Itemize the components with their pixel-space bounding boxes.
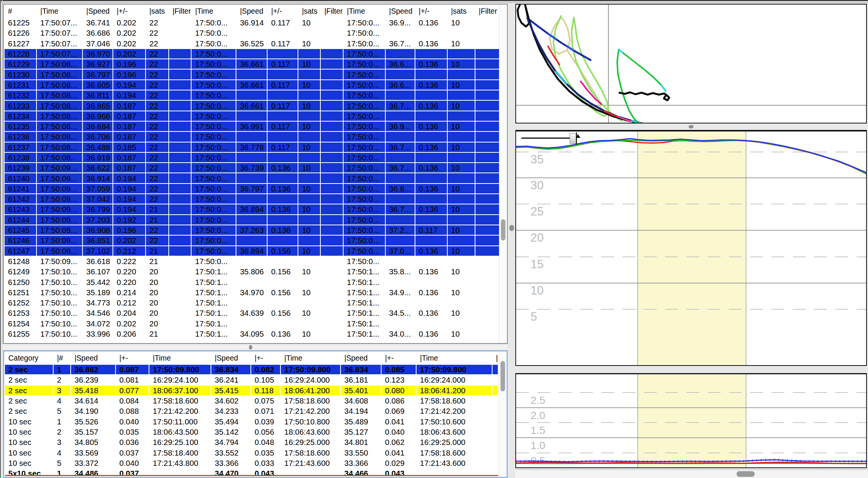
- point-row[interactable]: 6124517:50:09...36.9080.1962217:50:0...3…: [4, 225, 507, 235]
- chart-hscroll-thumb[interactable]: [737, 471, 755, 477]
- point-row[interactable]: 6124717:50:09...37.1020.2122117:50:0...3…: [4, 246, 507, 256]
- column-header[interactable]: #: [4, 5, 36, 17]
- point-row[interactable]: 6124217:50:09...37.0420.1942217:50:0...1…: [4, 194, 507, 204]
- speed-chart-panel[interactable]: 3530252015105: [515, 130, 867, 366]
- point-row[interactable]: 6122617:50:07...36.6860.2022217:50:0...1…: [4, 28, 507, 38]
- chart-hscrollbar[interactable]: [515, 470, 868, 478]
- point-row[interactable]: 6123817:50:08...36.9190.1872217:50:0...1…: [4, 152, 507, 163]
- track-map-canvas[interactable]: [516, 5, 866, 123]
- result-row[interactable]: 2 sec236.2390.08116:29:24.10036.2410.105…: [5, 375, 498, 385]
- column-header[interactable]: |+/-: [113, 5, 146, 17]
- cell: [236, 215, 267, 225]
- result-row[interactable]: 2 sec136.8620.08717:50:09.80036.8340.082…: [5, 364, 498, 375]
- point-row[interactable]: 6123717:50:08...36.4880.1852217:50:0...3…: [4, 142, 507, 152]
- column-header[interactable]: |+-: [251, 352, 280, 364]
- cell: 0.202: [113, 28, 146, 38]
- cell: [320, 100, 343, 111]
- results-table[interactable]: Category|#|Speed|+-|Time|Speed|+-|Time|S…: [4, 351, 499, 478]
- point-row[interactable]: 6123117:50:08...36.6050.1942217:50:0...3…: [4, 80, 507, 90]
- column-header[interactable]: |: [492, 352, 498, 364]
- point-row[interactable]: 6123917:50:09...36.6220.1872217:50:0...3…: [4, 163, 507, 173]
- cell: 17:50:0...: [343, 152, 385, 163]
- result-row[interactable]: 10 sec533.3720.04017:21:43.80033.3660.03…: [5, 458, 498, 468]
- point-row[interactable]: 6124017:50:09...36.9140.1942217:50:0...1…: [4, 173, 507, 183]
- point-row[interactable]: 6123017:50:08...36.7970.1962217:50:0...1…: [4, 69, 507, 79]
- results-table-scrollbar[interactable]: [499, 351, 507, 477]
- result-row[interactable]: 10 sec135.5260.04017:50:11.00035.4940.03…: [5, 416, 498, 426]
- column-header[interactable]: |Speed: [236, 5, 267, 17]
- time-zoom-slider-track[interactable]: [521, 138, 571, 139]
- point-row[interactable]: 6125517:50:10...33.9960.2062117:50:1...3…: [4, 329, 507, 339]
- speed-chart-canvas[interactable]: 3530252015105: [516, 131, 866, 365]
- column-header[interactable]: Category: [5, 352, 53, 364]
- point-row[interactable]: 6124917:50:10...36.1070.2202017:50:1...3…: [4, 266, 507, 277]
- error-chart-panel[interactable]: 2.52.01.51.00.5: [515, 373, 867, 468]
- cell: 17:50:08...: [36, 100, 82, 111]
- point-row[interactable]: 6122717:50:07...37.0460.2022217:50:0...3…: [4, 38, 507, 49]
- point-row[interactable]: 6124317:50:09...36.7990.1942117:50:0...3…: [4, 204, 507, 214]
- column-header[interactable]: |sats: [146, 5, 169, 17]
- point-row[interactable]: 6125217:50:10...34.7730.2122017:50:1...1…: [4, 298, 507, 308]
- table-splitter-handle[interactable]: [249, 345, 252, 350]
- point-row[interactable]: 6125117:50:10...35.1890.2142017:50:1...3…: [4, 287, 507, 298]
- table-splitter[interactable]: [3, 344, 508, 350]
- error-chart-canvas[interactable]: 2.52.01.51.00.5: [516, 374, 866, 467]
- result-row[interactable]: 5x10 sec134.4860.03734.4700.04334.4660.0…: [5, 468, 498, 478]
- result-row[interactable]: 10 sec235.1570.03518:06:43.50035.1420.05…: [5, 427, 498, 437]
- point-table[interactable]: #|Time|Speed|+/-|sats|Filter|Time|Speed|…: [4, 5, 507, 339]
- results-table-scroll-thumb[interactable]: [501, 361, 505, 391]
- result-row[interactable]: 2 sec534.1900.08817:21:42.20034.2330.071…: [5, 406, 498, 416]
- result-row[interactable]: 10 sec433.5690.03717:58:18.40033.5520.03…: [5, 447, 498, 457]
- point-table-scroll-thumb[interactable]: [501, 219, 505, 241]
- result-row[interactable]: 10 sec334.8050.03616:29:25.10034.7940.04…: [5, 437, 498, 447]
- column-header[interactable]: |Time: [280, 352, 341, 364]
- map-chart-splitter-handle[interactable]: [689, 125, 694, 128]
- track-map-panel[interactable]: [515, 4, 867, 123]
- column-header[interactable]: |+-: [116, 352, 149, 364]
- time-zoom-slider-handle[interactable]: [570, 133, 576, 144]
- column-header[interactable]: |Speed: [71, 352, 116, 364]
- column-header[interactable]: |Filter: [475, 5, 501, 17]
- point-row[interactable]: 6123317:50:08...36.8650.1872217:50:0...3…: [4, 100, 507, 111]
- column-header[interactable]: |Filter: [169, 5, 191, 17]
- window-left-edge: [0, 0, 1, 478]
- cell: [475, 131, 501, 142]
- column-header[interactable]: |sats: [447, 5, 475, 17]
- column-header[interactable]: |Time: [36, 5, 82, 17]
- column-header[interactable]: |Time: [416, 352, 492, 364]
- point-row[interactable]: 6124117:50:09...37.0590.1942217:50:0...3…: [4, 184, 507, 194]
- point-row[interactable]: 6125317:50:10...34.5460.2042017:50:1...3…: [4, 308, 507, 318]
- point-row[interactable]: 6125017:50:10...35.4420.2202017:50:1...1…: [4, 277, 507, 287]
- result-row[interactable]: 2 sec335.4180.07718:06:37.10035.4150.118…: [5, 385, 498, 396]
- point-row[interactable]: 6123617:50:08...36.7060.1872217:50:0...1…: [4, 131, 507, 142]
- point-row[interactable]: 6123517:50:08...36.6840.1872217:50:0...3…: [4, 121, 507, 131]
- result-row[interactable]: 2 sec434.6140.08417:58:18.60034.6020.075…: [5, 396, 498, 406]
- pane-splitter-handle[interactable]: [509, 225, 514, 231]
- cell: 17:50:0...: [343, 246, 385, 256]
- point-row[interactable]: 6122517:50:07...36.7410.2022217:50:0...3…: [4, 17, 507, 28]
- point-row[interactable]: 6124617:50:09...36.8510.2022217:50:0...1…: [4, 235, 507, 245]
- column-header[interactable]: |#: [53, 352, 71, 364]
- column-header[interactable]: |+/-: [267, 5, 298, 17]
- point-row[interactable]: 6123217:50:08...36.8110.1942217:50:0...1…: [4, 90, 507, 100]
- column-header[interactable]: |Speed: [341, 352, 381, 364]
- point-row[interactable]: 6124417:50:09...37.2030.1922117:50:0...1…: [4, 215, 507, 225]
- column-header[interactable]: |Time: [149, 352, 211, 364]
- point-row[interactable]: 6124817:50:09...36.6180.2222117:50:0...1…: [4, 256, 507, 266]
- column-header[interactable]: |Speed: [385, 5, 415, 17]
- point-row[interactable]: 6122917:50:08...36.9270.1962217:50:0...3…: [4, 59, 507, 69]
- column-header[interactable]: |Filter: [320, 5, 343, 17]
- cell: 17:50:1...: [343, 298, 385, 308]
- column-header[interactable]: |Speed: [211, 352, 251, 364]
- column-header[interactable]: |Time: [343, 5, 385, 17]
- cell: 17:50:0...: [343, 204, 385, 214]
- point-row[interactable]: 6122817:50:07...36.9700.2022217:50:0...1…: [4, 49, 507, 59]
- column-header[interactable]: |+-: [381, 352, 416, 364]
- point-table-scrollbar[interactable]: [499, 5, 507, 343]
- point-row[interactable]: 6125417:50:10...34.0720.2022017:50:1...1…: [4, 318, 507, 329]
- column-header[interactable]: |sats: [298, 5, 320, 17]
- point-row[interactable]: 6123417:50:08...36.9660.1872217:50:0...1…: [4, 111, 507, 121]
- column-header[interactable]: |Speed: [82, 5, 113, 17]
- column-header[interactable]: |+/-: [415, 5, 447, 17]
- column-header[interactable]: |Time: [191, 5, 236, 17]
